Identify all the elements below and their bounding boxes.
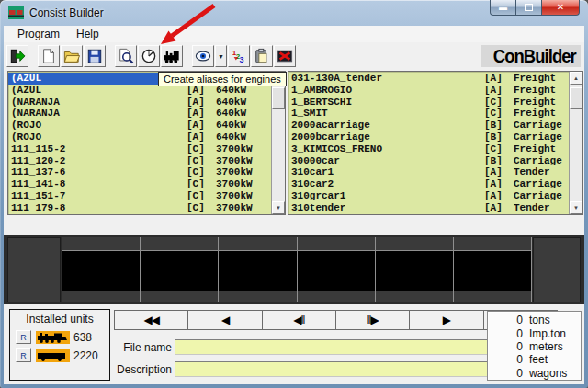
nav-button[interactable]: ‖▶ <box>335 310 410 330</box>
wagons-scrollbar[interactable]: ▲ ▼ <box>569 72 582 214</box>
installed-units-title: Installed units <box>10 313 109 325</box>
eye-icon <box>195 48 211 64</box>
scroll-down-icon[interactable]: ▼ <box>570 201 582 214</box>
total-label: feet <box>529 353 577 366</box>
new-button[interactable] <box>38 45 60 67</box>
total-row: 0 Imp.ton <box>488 326 577 339</box>
list-item[interactable]: 111_120-2 [C] 3700kW <box>8 155 271 167</box>
consist-slot[interactable] <box>376 237 454 302</box>
list-item[interactable]: 031-130A_tender [A] Freight <box>288 73 569 85</box>
chevron-down-icon: ▼ <box>218 53 224 60</box>
scroll-down-icon[interactable]: ▼ <box>272 201 285 214</box>
scroll-up-icon[interactable]: ▲ <box>570 72 582 85</box>
total-label: Imp.ton <box>529 327 577 340</box>
total-label: tons <box>529 314 577 326</box>
paste-button[interactable] <box>251 45 273 67</box>
maximize-button[interactable] <box>516 0 541 16</box>
total-value: 0 <box>508 367 523 380</box>
list-item[interactable]: 310tender [A] Tender <box>288 202 569 214</box>
list-item[interactable]: 30000car [B] Carriage <box>288 155 569 167</box>
save-button[interactable] <box>84 45 106 67</box>
list-item[interactable]: (ROJO [A] 640kW <box>8 120 271 131</box>
close-mail-button[interactable] <box>274 45 296 67</box>
consist-slot[interactable] <box>62 237 141 302</box>
save-floppy-icon <box>86 48 103 64</box>
client-area: ProgramHelp <box>4 26 584 384</box>
track-left-cap <box>7 237 61 302</box>
total-value: 0 <box>508 340 523 353</box>
wagons-rows: 031-130A_tender [A] Freight 1_AMBROGIO [… <box>288 72 569 214</box>
scroll-thumb[interactable] <box>570 87 582 109</box>
conbuilder-logo: ConBuilder <box>481 45 581 67</box>
list-item[interactable]: 310car2 [A] Carriage <box>288 178 569 190</box>
total-value: 0 <box>508 353 523 366</box>
engine-icon <box>36 331 70 344</box>
app-icon <box>8 6 24 19</box>
list-item[interactable]: 2000bcarriage [B] Carriage <box>288 131 569 143</box>
sort-123-icon: 1 2 3 <box>231 48 247 64</box>
nav-button[interactable]: ◀‖ <box>262 310 336 330</box>
engines-scrollbar[interactable]: ▲ ▼ <box>271 72 285 214</box>
svg-text:3: 3 <box>239 55 243 64</box>
exit-door-icon <box>9 48 26 64</box>
menu-item[interactable]: Help <box>68 27 107 41</box>
list-item[interactable]: (NARANJA [A] 640kW <box>8 108 271 120</box>
total-value: 0 <box>508 327 523 340</box>
close-button[interactable]: ✕ <box>541 0 580 16</box>
list-item[interactable]: (NARANJA [A] 640kW <box>8 97 271 108</box>
list-item[interactable]: 1_AMBROGIO [A] Freight <box>288 85 569 97</box>
open-folder-icon <box>63 48 80 64</box>
view-button[interactable] <box>192 45 214 67</box>
list-item[interactable]: 111_115-2 [C] 3700kW <box>8 143 271 155</box>
wagon-icon <box>36 349 70 362</box>
consist-slot[interactable] <box>454 237 532 302</box>
menu-item[interactable]: Program <box>9 27 68 41</box>
create-engine-aliases-button[interactable] <box>161 45 183 67</box>
list-item[interactable]: 111_179-8 [C] 3700kW <box>8 202 271 214</box>
consist-track <box>4 235 584 304</box>
list-item[interactable]: 310car1 [A] Tender <box>288 166 569 178</box>
total-row: 0 tons <box>488 314 577 326</box>
total-label: wagons <box>529 367 577 380</box>
total-value: 0 <box>508 314 523 326</box>
list-item[interactable]: (ROJO [A] 640kW <box>8 131 271 143</box>
list-item[interactable]: 111_151-7 [C] 3700kW <box>8 190 271 202</box>
tooltip: Create aliases for engines <box>158 72 287 86</box>
new-document-icon <box>40 48 57 64</box>
wagons-list: 031-130A_tender [A] Freight 1_AMBROGIO [… <box>288 71 583 215</box>
list-item[interactable]: 3_KIMICOS_FRENO [C] Freight <box>288 143 569 155</box>
list-item[interactable]: 310grcar1 [A] Carriage <box>288 190 569 202</box>
minimize-button[interactable]: ▬ <box>490 0 516 16</box>
nav-button[interactable]: ◀ <box>187 310 262 330</box>
scroll-thumb[interactable] <box>272 87 285 109</box>
sort-numeric-button[interactable]: 1 2 3 <box>228 45 250 67</box>
exit-button[interactable] <box>6 45 28 67</box>
description-label: Description <box>111 363 172 376</box>
list-item[interactable]: 111_137-6 [C] 3700kW <box>8 166 271 178</box>
app-window: Consist Builder ▬ ✕ ProgramHelp <box>0 0 588 388</box>
print-preview-button[interactable] <box>115 45 137 67</box>
total-row: 0 feet <box>488 353 577 366</box>
installed-units-panel: Installed units R 63 <box>9 309 110 381</box>
nav-button[interactable]: ◀◀ <box>114 310 188 330</box>
track-right-cap <box>533 237 581 302</box>
clipboard-paste-icon <box>254 48 270 64</box>
consist-slot[interactable] <box>298 237 376 302</box>
nav-button[interactable]: ▶ <box>409 310 483 330</box>
view-dropdown-button[interactable]: ▼ <box>215 45 227 67</box>
print-preview-icon <box>118 48 134 64</box>
reload-engines-button[interactable]: R <box>16 330 31 344</box>
list-item[interactable]: 1_SMIT [C] Freight <box>288 108 569 120</box>
engines-rows: (AZUL (AZUL [A] 640kW (NARANJA [A] 640kW <box>8 72 271 214</box>
open-button[interactable] <box>61 45 83 67</box>
wagon-count-row: R 2220 <box>16 348 109 362</box>
list-item[interactable]: 111_141-8 [C] 3700kW <box>8 178 271 190</box>
list-item[interactable]: 2000acarriage [B] Carriage <box>288 120 569 131</box>
reload-wagons-button[interactable]: R <box>16 348 31 362</box>
total-row: 0 wagons <box>488 367 577 380</box>
consist-slot[interactable] <box>141 237 219 302</box>
titlebar[interactable]: Consist Builder ▬ ✕ <box>0 0 588 26</box>
wheel-button[interactable] <box>138 45 160 67</box>
list-item[interactable]: 1_BERTSCHI [C] Freight <box>288 97 569 108</box>
consist-slot[interactable] <box>219 237 297 302</box>
